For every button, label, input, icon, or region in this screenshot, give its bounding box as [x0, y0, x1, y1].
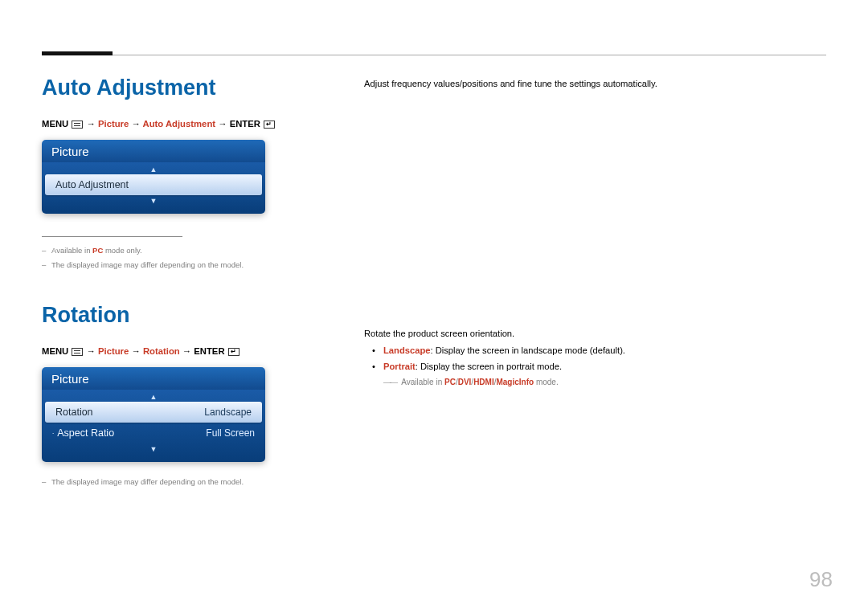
breadcrumb-menu: MENU [42, 346, 68, 356]
menu-item-value: Landscape [204, 407, 252, 418]
footnote-pc-mode: – Available in PC mode only. [42, 243, 339, 258]
menu-item-auto-adjustment[interactable]: Auto Adjustment [45, 174, 262, 195]
ui-panel-rotation: Picture ▲ Rotation Landscape ·Aspect Rat… [42, 367, 265, 462]
breadcrumb-rotation: Rotation [143, 346, 180, 356]
panel-body: ▲ Auto Adjustment ▼ [42, 162, 265, 214]
breadcrumb-enter: ENTER [194, 346, 224, 356]
footnote-text: The displayed image may differ depending… [51, 477, 244, 486]
menu-item-label: Auto Adjustment [55, 179, 129, 190]
mode-magicinfo: MagicInfo [496, 378, 534, 386]
breadcrumb-auto-adjustment: MENU → Picture → Auto Adjustment → ENTER [42, 119, 339, 129]
bullet-landscape: Landscape: Display the screen in landsca… [364, 342, 814, 359]
menu-item-label: ·Aspect Ratio [52, 427, 114, 439]
note-post: mode. [534, 378, 559, 386]
option-desc: : Display the screen in portrait mode. [416, 362, 562, 371]
section-rotation: Rotation MENU → Picture → Rotation → ENT… [42, 303, 339, 489]
breadcrumb-menu: MENU [42, 119, 68, 129]
arrow-icon: → [182, 346, 194, 356]
bullet-icon: · [52, 430, 54, 437]
scroll-up-icon[interactable]: ▲ [42, 164, 265, 174]
mode-hdmi: HDMI [473, 378, 494, 386]
menu-icon [72, 348, 83, 356]
ui-panel-auto-adjustment: Picture ▲ Auto Adjustment ▼ [42, 140, 265, 214]
breadcrumb-rotation: MENU → Picture → Rotation → ENTER [42, 346, 339, 356]
menu-item-label: Rotation [55, 407, 93, 418]
menu-item-rotation[interactable]: Rotation Landscape [45, 402, 262, 423]
chapter-marker [42, 51, 113, 55]
breadcrumb-picture: Picture [98, 119, 129, 129]
dash-icon: – [42, 475, 46, 489]
footnote-text: The displayed image may differ depending… [51, 260, 244, 269]
description-rotation: Rotate the product screen orientation. L… [364, 325, 814, 390]
option-desc: : Display the screen in landscape mode (… [430, 345, 625, 355]
note-pre: Available in [401, 378, 444, 386]
heading-auto-adjustment: Auto Adjustment [42, 76, 339, 100]
enter-icon [264, 121, 275, 129]
longdash-icon: ―― [383, 378, 396, 386]
arrow-icon: → [87, 119, 98, 129]
breadcrumb-autoadj: Auto Adjustment [142, 119, 215, 129]
arrow-icon: → [218, 119, 229, 129]
breadcrumb-enter: ENTER [230, 119, 260, 129]
footnote-text-pre: Available in [51, 246, 92, 255]
dash-icon: – [42, 243, 46, 258]
mode-dvi: DVI [458, 378, 472, 386]
menu-item-aspect-ratio[interactable]: ·Aspect Ratio Full Screen [42, 423, 265, 443]
mode-pc: PC [444, 378, 456, 386]
panel-header: Picture [42, 140, 265, 162]
scroll-up-icon[interactable]: ▲ [42, 391, 265, 401]
footnote-available-modes: ―― Available in PC/DVI/HDMI/MagicInfo mo… [364, 375, 814, 390]
menu-item-value: Full Screen [206, 427, 255, 439]
top-rule [42, 55, 826, 55]
breadcrumb-picture: Picture [98, 346, 129, 356]
bullet-portrait: Portrait: Display the screen in portrait… [364, 358, 814, 375]
arrow-icon: → [131, 346, 142, 356]
footnote-text-post: mode only. [103, 246, 141, 255]
heading-rotation: Rotation [42, 303, 339, 328]
panel-header: Picture [42, 367, 265, 390]
description-intro: Rotate the product screen orientation. [364, 325, 814, 342]
footnote-image-differ: – The displayed image may differ dependi… [42, 475, 339, 489]
panel-body: ▲ Rotation Landscape ·Aspect Ratio Full … [42, 390, 265, 462]
scroll-down-icon[interactable]: ▼ [42, 445, 265, 455]
description-auto-adjustment: Adjust frequency values/positions and fi… [364, 76, 814, 92]
description-text: Adjust frequency values/positions and fi… [364, 79, 657, 88]
option-label: Portrait [383, 362, 416, 371]
menu-icon [72, 121, 83, 129]
left-column: Auto Adjustment MENU → Picture → Auto Ad… [42, 76, 339, 489]
option-label: Landscape [383, 345, 430, 355]
footnote-image-differ: – The displayed image may differ dependi… [42, 258, 339, 272]
scroll-down-icon[interactable]: ▼ [42, 197, 265, 206]
page-number: 98 [809, 567, 833, 592]
dash-icon: – [42, 258, 46, 272]
arrow-icon: → [87, 346, 98, 356]
arrow-icon: → [131, 119, 142, 129]
enter-icon [228, 348, 240, 356]
footnote-hl: PC [92, 246, 103, 255]
divider [42, 236, 182, 237]
